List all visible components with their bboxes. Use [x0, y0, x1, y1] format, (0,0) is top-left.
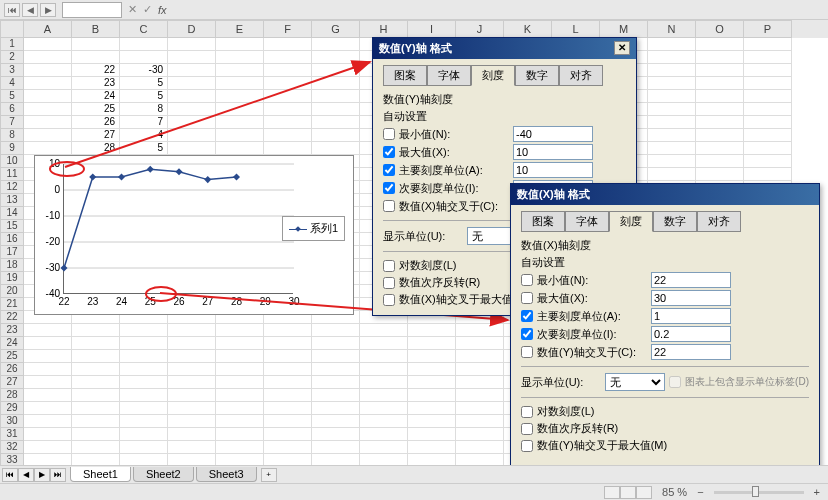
cell[interactable]: [360, 428, 408, 441]
cell[interactable]: [216, 376, 264, 389]
cell[interactable]: [696, 51, 744, 64]
cell[interactable]: [264, 337, 312, 350]
cell[interactable]: [696, 168, 744, 181]
cell[interactable]: [312, 116, 360, 129]
cell[interactable]: [648, 168, 696, 181]
cell[interactable]: [72, 454, 120, 465]
col-header[interactable]: O: [696, 20, 744, 38]
cell[interactable]: [24, 415, 72, 428]
row-header[interactable]: 9: [0, 142, 24, 155]
y-chk-4[interactable]: [383, 200, 395, 212]
cell[interactable]: [744, 90, 792, 103]
name-box[interactable]: [62, 2, 122, 18]
row-header[interactable]: 22: [0, 311, 24, 324]
row-header[interactable]: 21: [0, 298, 24, 311]
col-header[interactable]: K: [504, 20, 552, 38]
cell[interactable]: [360, 337, 408, 350]
cell[interactable]: [648, 77, 696, 90]
dialog-x-title-bar[interactable]: 数值(X)轴 格式: [511, 184, 819, 205]
cell[interactable]: [72, 38, 120, 51]
cell[interactable]: [24, 77, 72, 90]
cell[interactable]: [696, 116, 744, 129]
cell[interactable]: [312, 324, 360, 337]
cell[interactable]: [24, 402, 72, 415]
cell[interactable]: [168, 454, 216, 465]
cell[interactable]: [264, 415, 312, 428]
cell[interactable]: [456, 337, 504, 350]
cell[interactable]: [24, 324, 72, 337]
cell[interactable]: [408, 337, 456, 350]
cell[interactable]: [264, 402, 312, 415]
cell[interactable]: [24, 116, 72, 129]
add-sheet-icon[interactable]: +: [261, 468, 277, 482]
cell[interactable]: [168, 363, 216, 376]
close-icon[interactable]: ✕: [614, 41, 630, 55]
row-header[interactable]: 3: [0, 64, 24, 77]
row-header[interactable]: 15: [0, 220, 24, 233]
cell[interactable]: [120, 402, 168, 415]
cell[interactable]: [456, 441, 504, 454]
row-header[interactable]: 1: [0, 38, 24, 51]
col-header[interactable]: M: [600, 20, 648, 38]
cell[interactable]: [120, 376, 168, 389]
x-input-0[interactable]: [651, 272, 731, 288]
row-header[interactable]: 14: [0, 207, 24, 220]
cell[interactable]: [72, 402, 120, 415]
cell[interactable]: [24, 64, 72, 77]
cell[interactable]: [216, 441, 264, 454]
row-header[interactable]: 33: [0, 454, 24, 465]
x-chk-4[interactable]: [521, 346, 533, 358]
y-chk-0[interactable]: [383, 128, 395, 140]
cell[interactable]: [360, 415, 408, 428]
row-header[interactable]: 11: [0, 168, 24, 181]
cell[interactable]: [216, 337, 264, 350]
sheet-tab[interactable]: Sheet1: [70, 467, 131, 482]
row-header[interactable]: 27: [0, 376, 24, 389]
cell[interactable]: [312, 90, 360, 103]
nav-first-icon[interactable]: ⏮: [4, 3, 20, 17]
cell[interactable]: [72, 376, 120, 389]
col-header[interactable]: B: [72, 20, 120, 38]
cell[interactable]: [264, 38, 312, 51]
cell[interactable]: [696, 129, 744, 142]
cell[interactable]: [24, 142, 72, 155]
cell[interactable]: [120, 441, 168, 454]
cell[interactable]: [72, 415, 120, 428]
cell[interactable]: [648, 155, 696, 168]
y-chk-2[interactable]: [383, 164, 395, 176]
cell[interactable]: [408, 402, 456, 415]
tab-对齐[interactable]: 对齐: [559, 65, 603, 86]
cell[interactable]: [456, 454, 504, 465]
cell[interactable]: [744, 77, 792, 90]
cell[interactable]: [264, 324, 312, 337]
cell[interactable]: [168, 116, 216, 129]
row-header[interactable]: 19: [0, 272, 24, 285]
cell[interactable]: [24, 51, 72, 64]
embedded-chart[interactable]: 100-10-20-30-40222324252627282930 系列1: [34, 155, 354, 315]
cell[interactable]: [408, 376, 456, 389]
cell[interactable]: [360, 441, 408, 454]
dialog-y-title-bar[interactable]: 数值(Y)轴 格式 ✕: [373, 38, 636, 59]
sheet-nav-next-icon[interactable]: ▶: [34, 468, 50, 482]
row-header[interactable]: 10: [0, 155, 24, 168]
col-header[interactable]: G: [312, 20, 360, 38]
cell[interactable]: [168, 324, 216, 337]
x-chk-0[interactable]: [521, 274, 533, 286]
cell[interactable]: [72, 389, 120, 402]
cell[interactable]: [24, 363, 72, 376]
col-header[interactable]: J: [456, 20, 504, 38]
cell[interactable]: [120, 428, 168, 441]
cell[interactable]: [264, 90, 312, 103]
cell[interactable]: [120, 363, 168, 376]
y-input-2[interactable]: [513, 162, 593, 178]
cell[interactable]: [360, 376, 408, 389]
cell[interactable]: [408, 363, 456, 376]
chart-series-line[interactable]: [64, 169, 237, 268]
cell[interactable]: [168, 38, 216, 51]
cell[interactable]: [264, 441, 312, 454]
cell[interactable]: [408, 389, 456, 402]
cell[interactable]: [168, 415, 216, 428]
cell[interactable]: [312, 402, 360, 415]
row-header[interactable]: 16: [0, 233, 24, 246]
col-header[interactable]: C: [120, 20, 168, 38]
